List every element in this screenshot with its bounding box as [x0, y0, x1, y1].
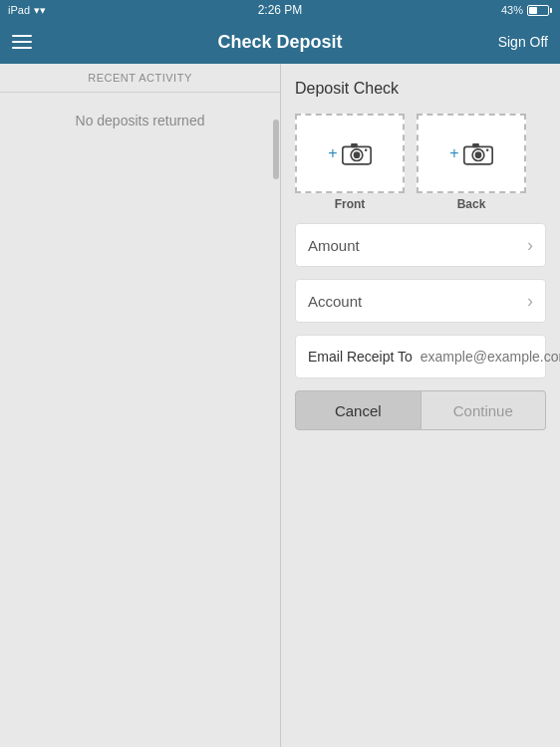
- back-plus-icon: +: [449, 144, 458, 162]
- email-receipt-row: Email Receipt To: [295, 335, 546, 378]
- amount-row[interactable]: Amount ›: [295, 223, 546, 267]
- menu-button[interactable]: [12, 35, 32, 49]
- email-receipt-label: Email Receipt To: [308, 349, 413, 365]
- back-label: Back: [457, 197, 486, 211]
- front-plus-icon: +: [328, 144, 337, 162]
- amount-label: Amount: [308, 237, 360, 254]
- svg-rect-3: [351, 143, 358, 147]
- back-camera-icon: [463, 141, 493, 165]
- camera-row: + Front +: [295, 114, 546, 211]
- sign-off-button[interactable]: Sign Off: [498, 34, 548, 50]
- svg-point-9: [486, 148, 489, 151]
- deposit-check-title: Deposit Check: [295, 80, 546, 98]
- svg-point-2: [353, 151, 360, 158]
- status-right: 43%: [501, 4, 552, 16]
- account-row[interactable]: Account ›: [295, 279, 546, 323]
- account-label: Account: [308, 293, 362, 310]
- battery-percent: 43%: [501, 4, 523, 16]
- cancel-button[interactable]: Cancel: [295, 390, 421, 430]
- status-left: iPad ▾▾: [8, 4, 46, 17]
- wifi-icon: ▾▾: [34, 4, 46, 17]
- left-panel: RECENT ACTIVITY No deposits returned: [0, 64, 281, 747]
- front-camera-icon: [342, 141, 372, 165]
- right-panel: Deposit Check +: [281, 64, 560, 747]
- email-receipt-input[interactable]: [420, 349, 560, 365]
- continue-button[interactable]: Continue: [421, 390, 547, 430]
- front-camera-button[interactable]: +: [295, 114, 405, 193]
- amount-chevron-icon: ›: [527, 235, 533, 256]
- status-bar: iPad ▾▾ 2:26 PM 43%: [0, 0, 560, 20]
- action-buttons: Cancel Continue: [295, 390, 546, 430]
- front-label: Front: [335, 197, 366, 211]
- battery-icon: [527, 5, 552, 16]
- status-time: 2:26 PM: [258, 3, 303, 17]
- app-header: Check Deposit Sign Off: [0, 20, 560, 64]
- back-camera-button[interactable]: +: [417, 114, 526, 193]
- back-camera-icon-content: +: [449, 141, 492, 165]
- device-label: iPad: [8, 4, 30, 16]
- scroll-indicator: [273, 120, 279, 179]
- back-image-wrapper: + Back: [417, 114, 526, 211]
- recent-activity-header: RECENT ACTIVITY: [0, 64, 280, 93]
- svg-point-4: [365, 148, 368, 151]
- account-chevron-icon: ›: [527, 291, 533, 312]
- svg-point-7: [474, 151, 481, 158]
- no-deposits-message: No deposits returned: [0, 93, 280, 747]
- front-image-wrapper: + Front: [295, 114, 405, 211]
- main-layout: RECENT ACTIVITY No deposits returned Dep…: [0, 64, 560, 747]
- front-camera-icon-content: +: [328, 141, 371, 165]
- svg-rect-8: [472, 143, 479, 147]
- page-title: Check Deposit: [217, 32, 342, 53]
